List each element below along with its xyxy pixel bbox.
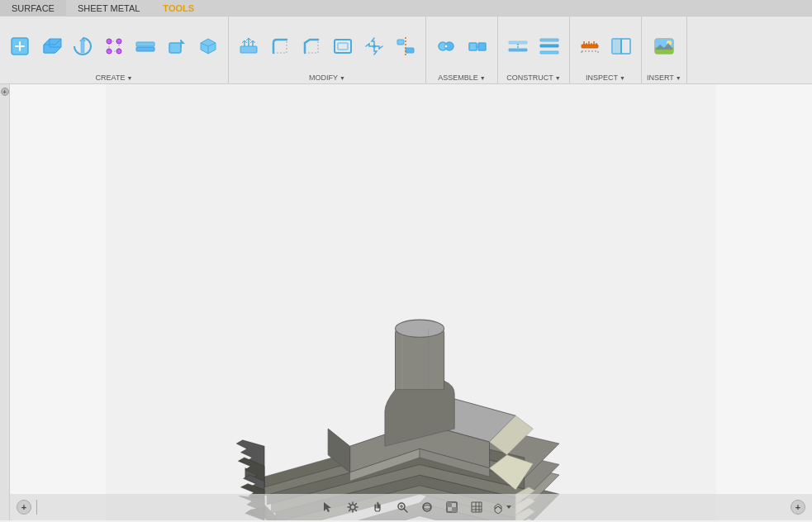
model-canvas	[10, 84, 812, 520]
svg-rect-27	[582, 45, 598, 48]
align-button[interactable]	[391, 31, 420, 61]
grid-icon[interactable]	[466, 496, 487, 518]
assemble-chevron: ▼	[480, 75, 486, 81]
svg-rect-8	[136, 42, 154, 46]
main-toolbar: CREATE ▼	[0, 17, 812, 84]
modify-icons-row	[234, 20, 420, 72]
svg-point-14	[373, 45, 376, 48]
bottom-center-controls	[317, 496, 512, 518]
shell-button[interactable]	[328, 31, 358, 61]
toolbar-section-create: CREATE ▼	[0, 17, 229, 83]
create-icons-row	[5, 20, 223, 72]
svg-rect-25	[540, 51, 558, 54]
svg-rect-23	[509, 49, 527, 51]
measure-button[interactable]	[575, 31, 605, 61]
inspect-chevron: ▼	[620, 75, 625, 81]
zoom-icon[interactable]	[392, 496, 413, 518]
pan-icon[interactable]	[367, 496, 388, 518]
left-panel: +	[0, 84, 10, 520]
press-pull-button[interactable]	[234, 31, 264, 61]
svg-point-37	[395, 320, 444, 337]
svg-rect-13	[338, 43, 348, 50]
toolbar-section-construct: CONSTRUCT ▼	[498, 17, 570, 83]
as-built-joint-button[interactable]	[463, 31, 492, 61]
svg-rect-24	[540, 39, 558, 41]
settings-icon[interactable]	[342, 496, 363, 518]
svg-point-38	[350, 505, 355, 510]
toolbar-section-inspect: INSPECT ▼	[570, 17, 642, 83]
offset-plane-button[interactable]	[503, 31, 533, 61]
tab-tools[interactable]: TOOLS	[151, 0, 206, 16]
thicken-button[interactable]	[131, 31, 160, 61]
svg-rect-15	[397, 40, 404, 45]
assemble-icons-row	[431, 20, 492, 72]
svg-rect-29	[612, 39, 621, 54]
joint-button[interactable]	[431, 31, 461, 61]
display-mode-icon[interactable]	[441, 496, 463, 518]
inspect-label[interactable]: INSPECT ▼	[586, 74, 625, 82]
svg-rect-3	[81, 40, 84, 53]
tab-sheet-metal[interactable]: SHEET METAL	[66, 0, 151, 16]
modify-label[interactable]: MODIFY ▼	[309, 74, 345, 82]
viewport[interactable]: +	[10, 84, 812, 520]
main-area: +	[0, 84, 812, 520]
create-chevron: ▼	[126, 75, 132, 81]
divider	[36, 500, 37, 515]
expand-button[interactable]: +	[1, 88, 9, 96]
bottom-toolbar: +	[10, 494, 812, 520]
insert-image-button[interactable]	[649, 31, 679, 61]
svg-rect-42	[447, 502, 452, 507]
svg-rect-43	[452, 507, 457, 512]
svg-rect-21	[478, 43, 486, 50]
modify-chevron: ▼	[340, 75, 345, 81]
extrude-button[interactable]	[36, 31, 66, 61]
inspect-icons-row	[575, 20, 636, 72]
toolbar-section-assemble: ASSEMBLE ▼	[426, 17, 498, 83]
insert-chevron: ▼	[676, 75, 681, 81]
svg-rect-9	[136, 47, 154, 51]
zoom-in-button[interactable]: +	[17, 500, 31, 515]
insert-icons-row	[649, 20, 679, 72]
orbit-icon[interactable]	[416, 496, 438, 518]
midplane-button[interactable]	[534, 31, 564, 61]
svg-rect-22	[509, 41, 527, 44]
revolve-button[interactable]	[68, 31, 97, 61]
view-cube-icon[interactable]	[491, 496, 512, 518]
pattern-button[interactable]	[99, 31, 129, 61]
toolbar-section-modify: MODIFY ▼	[229, 17, 426, 83]
construct-chevron: ▼	[555, 75, 561, 81]
svg-rect-11	[240, 46, 257, 53]
new-component-button[interactable]	[5, 31, 35, 61]
cursor-icon[interactable]	[317, 496, 339, 518]
bottom-right-controls: +	[791, 500, 805, 515]
svg-rect-26	[540, 45, 558, 47]
svg-rect-20	[469, 43, 477, 50]
svg-rect-12	[335, 40, 351, 53]
svg-point-19	[444, 45, 448, 48]
insert-mesh-button[interactable]	[162, 31, 192, 61]
svg-point-40	[423, 503, 431, 511]
assemble-label[interactable]: ASSEMBLE ▼	[438, 74, 485, 82]
top-tab-bar: SURFACE SHEET METAL TOOLS	[0, 0, 812, 17]
bottom-left-controls: +	[17, 500, 39, 515]
construct-icons-row	[503, 20, 564, 72]
svg-rect-36	[395, 329, 444, 398]
chamfer-button[interactable]	[297, 31, 326, 61]
construct-label[interactable]: CONSTRUCT ▼	[506, 74, 560, 82]
svg-rect-16	[406, 48, 414, 53]
box-button[interactable]	[193, 31, 223, 61]
toolbar-section-insert: INSERT ▼	[642, 17, 687, 83]
add-button[interactable]: +	[791, 500, 805, 515]
fillet-button[interactable]	[265, 31, 295, 61]
create-label[interactable]: CREATE ▼	[96, 74, 133, 82]
section-analysis-button[interactable]	[606, 31, 636, 61]
tab-surface[interactable]: SURFACE	[0, 0, 66, 16]
insert-label[interactable]: INSERT ▼	[647, 74, 681, 82]
move-button[interactable]	[359, 31, 389, 61]
svg-rect-10	[169, 43, 181, 53]
